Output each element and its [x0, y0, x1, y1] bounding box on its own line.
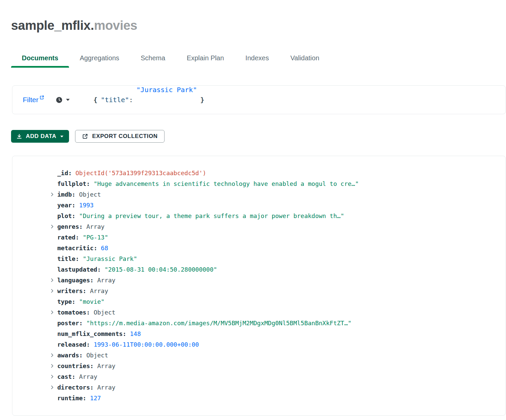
- tab-schema[interactable]: Schema: [130, 49, 176, 68]
- field-colon: :: [90, 277, 98, 284]
- document-field-row: lastupdated: "2015-08-31 00:04:50.280000…: [50, 264, 499, 275]
- field-value: Object: [86, 352, 108, 359]
- field-name: released: [57, 341, 86, 348]
- expand-chevron-icon[interactable]: [50, 278, 57, 282]
- document-field-row: fullplot: "Huge advancements in scientif…: [50, 178, 499, 189]
- document-field-row: plot: "During a preview tour, a theme pa…: [50, 210, 499, 221]
- tab-aggregations[interactable]: Aggregations: [69, 49, 130, 68]
- export-collection-button[interactable]: EXPORT COLLECTION: [75, 130, 165, 143]
- field-value: 68: [101, 244, 108, 252]
- tab-indexes[interactable]: Indexes: [235, 49, 279, 68]
- caret-down-icon: [66, 98, 70, 101]
- field-value: Array: [97, 362, 115, 369]
- field-colon: :: [68, 169, 76, 177]
- query-history-button[interactable]: [54, 95, 71, 105]
- field-name: plot: [57, 212, 72, 219]
- field-value: Array: [97, 277, 115, 284]
- namespace-collection: movies: [94, 18, 137, 32]
- document-field-row: rated: "PG-13": [50, 232, 499, 242]
- field-value: Array: [79, 373, 97, 380]
- document-field-row: runtime: 127: [50, 393, 499, 403]
- field-value: "Huge advancements in scientific technol…: [93, 180, 359, 187]
- field-name: rated: [57, 234, 75, 241]
- clock-icon: [56, 96, 63, 103]
- query-input[interactable]: { "title": "Jurassic Park" }: [93, 86, 505, 114]
- field-colon: :: [86, 180, 94, 187]
- expand-chevron-icon[interactable]: [50, 374, 57, 379]
- field-name: lastupdated: [57, 266, 97, 273]
- field-value: 148: [130, 330, 141, 337]
- field-colon: :: [83, 395, 90, 402]
- field-name: imdb: [57, 191, 72, 198]
- field-colon: :: [86, 309, 94, 316]
- field-name: countries: [57, 362, 90, 369]
- tab-documents[interactable]: Documents: [11, 49, 69, 68]
- document-field-row: countries: Array: [50, 360, 499, 371]
- filter-link[interactable]: Filter: [23, 96, 44, 104]
- actions-row: ADD DATA EXPORT COLLECTION: [11, 130, 506, 143]
- field-colon: :: [79, 320, 86, 327]
- expand-chevron-icon[interactable]: [50, 224, 57, 229]
- document-field-row: languages: Array: [50, 275, 499, 285]
- expand-chevron-icon[interactable]: [50, 289, 57, 293]
- expand-chevron-icon[interactable]: [50, 310, 57, 314]
- field-name: num_mflix_comments: [57, 330, 123, 337]
- field-colon: :: [86, 341, 94, 348]
- document-field-row: genres: Array: [50, 221, 499, 232]
- document-field-row: writers: Array: [50, 285, 499, 296]
- document-field-row: metacritic: 68: [50, 242, 499, 253]
- document-field-row: year: 1993: [50, 200, 499, 210]
- field-name: languages: [57, 277, 90, 284]
- filter-bar: Filter { "title": "Jurassic Park" }: [12, 85, 506, 114]
- document-fields: _id: ObjectId('573a1399f29313caabcedc5d'…: [50, 167, 499, 403]
- field-name: _id: [57, 169, 68, 177]
- field-name: year: [57, 202, 72, 209]
- add-data-button[interactable]: ADD DATA: [11, 130, 69, 143]
- field-colon: :: [90, 362, 98, 369]
- expand-chevron-icon[interactable]: [50, 353, 57, 357]
- field-colon: :: [75, 255, 83, 262]
- expand-chevron-icon[interactable]: [50, 192, 57, 197]
- field-name: cast: [57, 373, 72, 380]
- query-close-brace: }: [200, 96, 204, 104]
- field-value: 1993-06-11T00:00:00.000+00:00: [93, 341, 199, 348]
- document-field-row: directors: Array: [50, 382, 499, 393]
- download-icon: [16, 134, 22, 139]
- field-colon: :: [93, 244, 101, 252]
- field-colon: :: [83, 287, 90, 294]
- field-name: awards: [57, 352, 79, 359]
- page-title: sample_mflix.movies: [11, 18, 506, 33]
- document-field-row: poster: "https://m.media-amazon.com/imag…: [50, 318, 499, 328]
- field-colon: :: [72, 202, 79, 209]
- field-colon: :: [72, 298, 79, 305]
- document-field-row: cast: Array: [50, 371, 499, 382]
- field-colon: :: [90, 384, 98, 391]
- document-card: _id: ObjectId('573a1399f29313caabcedc5d'…: [12, 156, 506, 416]
- field-name: tomatoes: [57, 309, 86, 316]
- field-value: Array: [86, 223, 105, 230]
- field-name: writers: [57, 287, 83, 294]
- document-field-row: released: 1993-06-11T00:00:00.000+00:00: [50, 339, 499, 350]
- query-key: "title": [101, 96, 129, 104]
- tab-explain-plan[interactable]: Explain Plan: [176, 49, 235, 68]
- external-link-icon: [40, 95, 44, 100]
- query-colon: :: [129, 96, 133, 104]
- field-value: "2015-08-31 00:04:50.280000000": [105, 266, 217, 273]
- field-name: fullplot: [57, 180, 86, 187]
- collection-page: sample_mflix.movies DocumentsAggregation…: [0, 18, 506, 416]
- query-open-brace: {: [93, 96, 98, 104]
- field-colon: :: [97, 266, 105, 273]
- field-name: metacritic: [57, 244, 93, 252]
- tab-validation[interactable]: Validation: [279, 49, 330, 68]
- field-colon: :: [123, 330, 130, 337]
- field-value: "Jurassic Park": [83, 255, 137, 262]
- expand-chevron-icon[interactable]: [50, 385, 57, 390]
- field-value: Array: [90, 287, 108, 294]
- document-field-row: imdb: Object: [50, 189, 499, 200]
- query-value: "Jurassic Park": [136, 86, 197, 94]
- field-value: 127: [90, 395, 101, 402]
- expand-chevron-icon[interactable]: [50, 364, 57, 368]
- add-data-label: ADD DATA: [26, 133, 56, 140]
- field-colon: :: [79, 223, 86, 230]
- field-colon: :: [79, 352, 86, 359]
